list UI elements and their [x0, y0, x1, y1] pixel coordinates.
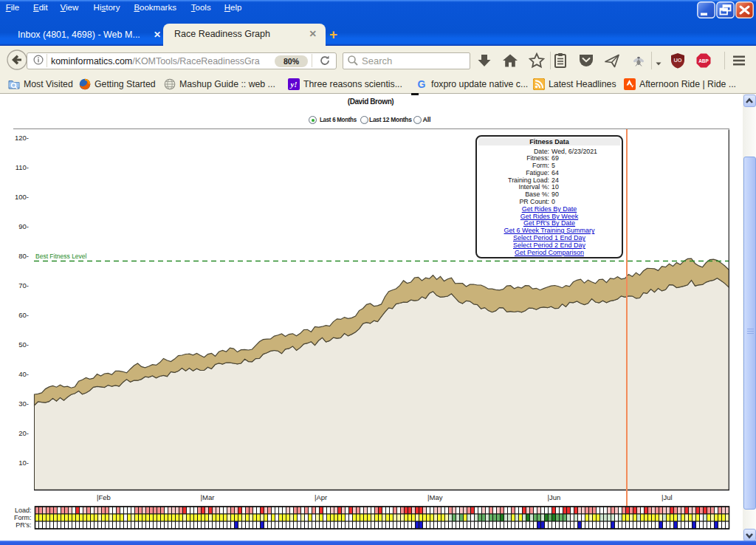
svg-text:G: G [418, 78, 426, 90]
svg-text:UO: UO [673, 57, 681, 64]
svg-text:70-: 70- [18, 281, 29, 289]
svg-text:50-: 50- [18, 340, 29, 349]
svg-text:110-: 110- [16, 163, 29, 171]
svg-text:|Apr: |Apr [315, 493, 327, 501]
svg-text:y!: y! [289, 80, 297, 89]
svg-text:Load:: Load: [15, 507, 32, 514]
svg-text:|Jul: |Jul [662, 493, 673, 501]
svg-text:80-: 80- [18, 252, 29, 260]
svg-text:|Feb: |Feb [97, 493, 111, 501]
svg-text:|May: |May [427, 493, 443, 501]
svg-text:|Mar: |Mar [201, 493, 215, 501]
svg-text:10-: 10- [18, 459, 29, 467]
svg-text:30-: 30- [18, 400, 29, 408]
svg-text:|Jun: |Jun [548, 493, 561, 501]
svg-text:120-: 120- [15, 134, 29, 142]
svg-text:90-: 90- [18, 222, 29, 230]
svg-text:20-: 20- [18, 429, 29, 437]
svg-text:60-: 60- [18, 311, 29, 319]
svg-text:40-: 40- [18, 370, 29, 378]
svg-text:ABP: ABP [698, 58, 709, 64]
svg-text:Best Fitness Level: Best Fitness Level [35, 253, 87, 260]
svg-text:100-: 100- [15, 193, 29, 201]
svg-text:Form:: Form: [14, 514, 32, 521]
svg-text:PR’s:: PR’s: [16, 521, 31, 529]
